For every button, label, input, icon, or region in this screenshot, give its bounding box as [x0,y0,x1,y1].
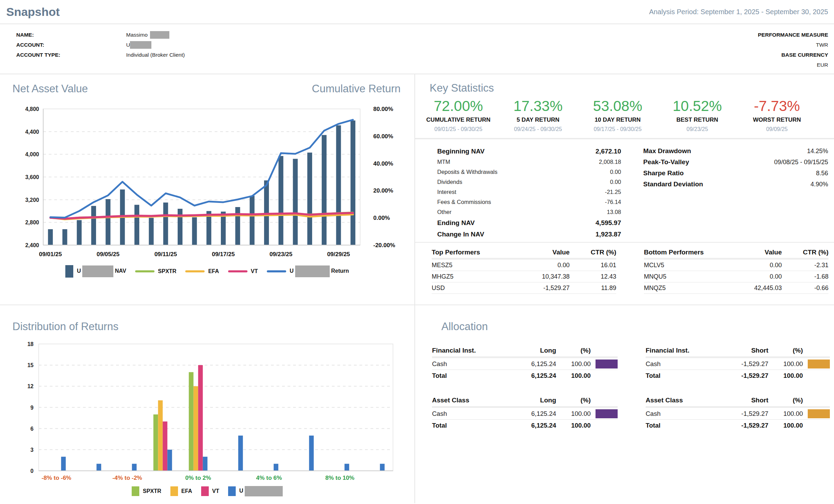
table-row: Interest-21.25 [437,187,621,197]
stat-label: WORST RETURN [737,116,817,123]
svg-text:0: 0 [30,468,34,474]
svg-text:2,800: 2,800 [25,220,39,225]
stat-5-day-return: 17.33% 5 DAY RETURN 09/24/25 - 09/30/25 [498,98,578,132]
alloc-table-asset-short: Asset Class Short (%) Cash -1,529.27 100… [646,394,830,431]
table-header: Financial Inst. Long (%) [432,345,618,358]
alloc-table-financial-short: Financial Inst. Short (%) Cash -1,529.27… [646,345,830,381]
allocation-title: Allocation [441,320,834,336]
svg-text:09/23/25: 09/23/25 [270,251,292,258]
nav-summary-table: Beginning NAV2,672.10 MTM2,008.18 Deposi… [437,146,621,240]
stat-value: 53.08% [578,98,657,114]
svg-text:3,600: 3,600 [25,174,39,180]
table-header: Top Performers Value CTR (%) [432,247,616,260]
account-value: U [126,41,151,49]
svg-text:8% to 10%: 8% to 10% [325,475,354,481]
distribution-legend: SPXTR EFA VT U [0,486,414,496]
legend-efa-label: EFA [208,268,219,274]
table-row: Change In NAV1,923.87 [437,228,621,240]
nav-chart-legend: U NAV SPXTR EFA VT [0,265,414,278]
account-type-value: Individual (Broker Client) [126,52,185,58]
svg-text:4,400: 4,400 [25,129,39,135]
legend-nav-redaction [82,265,113,277]
base-currency-value: EUR [758,60,828,70]
account-type-label: ACCOUNT TYPE: [16,52,126,58]
table-row: Peak-To-Valley09/08/25 - 09/15/25 [643,157,828,168]
svg-text:18: 18 [27,341,34,347]
account-label: ACCOUNT: [16,42,126,48]
snapshot-report-page: Snapshot Analysis Period: September 1, 2… [0,0,834,504]
key-statistics-summary: 72.00% CUMULATIVE RETURN 09/01/25 - 09/3… [419,98,817,132]
table-total-row: Total 6,125.24 100.00 [432,420,618,431]
allocation-bar-long [596,409,618,418]
table-row: Cash 6,125.24 100.00 [432,358,618,370]
table-total-row: Total -1,529.27 100.00 [646,370,830,381]
name-text: Massimo [126,32,148,38]
legend-account-redaction [245,486,283,496]
svg-text:60.00%: 60.00% [373,133,393,140]
top-performers-table: Top Performers Value CTR (%) MESZ50.0016… [432,247,616,294]
svg-text:0% to 2%: 0% to 2% [185,475,211,481]
svg-text:9: 9 [30,405,34,411]
stat-worst-return: -7.73% WORST RETURN 09/09/25 [737,98,817,132]
table-row: Cash 6,125.24 100.00 [432,408,618,420]
legend-item-vt: VT [201,486,219,496]
svg-text:-8% to -6%: -8% to -6% [41,475,71,481]
legend-item-efa: EFA [185,268,219,274]
vt-bar-swatch [201,486,209,496]
table-row: Ending NAV4,595.97 [437,217,621,228]
table-row: Cash -1,529.27 100.00 [646,358,830,370]
stat-10-day-return: 53.08% 10 DAY RETURN 09/17/25 - 09/30/25 [578,98,657,132]
nav-and-risk-tables: Beginning NAV2,672.10 MTM2,008.18 Deposi… [415,139,834,240]
legend-return-prefix: U [290,268,294,274]
performance-measure-value: TWR [758,40,828,50]
legend-account-prefix: U [239,488,243,494]
account-type-row: ACCOUNT TYPE: Individual (Broker Client) [16,50,834,60]
name-redaction [150,31,169,39]
legend-spxtr-label: SPXTR [158,268,176,274]
table-row: Other13.08 [437,207,621,217]
table-header: Asset Class Long (%) [432,394,618,408]
svg-text:40.00%: 40.00% [373,160,393,167]
legend-vt-label: VT [212,488,219,494]
stat-period: 09/23/25 [657,126,737,132]
svg-text:4,800: 4,800 [25,106,39,112]
legend-nav-prefix: U [77,268,81,274]
table-row: MESZ50.0016.01 [432,260,616,271]
top-row: Net Asset Value Cumulative Return 4,8004… [0,74,834,305]
stat-period: 09/24/25 - 09/30/25 [498,126,578,132]
legend-nav-suffix: NAV [115,268,126,274]
vt-line-swatch [228,270,247,272]
stat-label: BEST RETURN [657,116,737,123]
allocation-section: Allocation Financial Inst. Long (%) Cash… [415,305,834,503]
stat-period: 09/09/25 [737,126,817,132]
legend-item-return: U Return [267,265,349,277]
table-row: Standard Deviation4.90% [643,179,828,190]
account-meta: PERFORMANCE MEASURE TWR BASE CURRENCY EU… [758,30,828,70]
nav-section: Net Asset Value Cumulative Return 4,8004… [0,74,415,305]
svg-text:0.00%: 0.00% [373,215,390,221]
legend-item-spxtr: SPXTR [135,268,176,274]
distribution-chart-svg: 0369121518-8% to -6%-4% to -2%0% to 2%4%… [0,340,415,484]
table-header: Bottom Performers Value CTR (%) [644,247,828,260]
bottom-row: Distribution of Returns 0369121518-8% to… [0,305,834,503]
stat-period: 09/17/25 - 09/30/25 [578,126,657,132]
spxtr-bar-swatch [132,486,139,496]
legend-efa-label: EFA [181,488,192,494]
table-row: USD-1,529.2711.89 [432,282,616,294]
legend-account-label: U [239,486,283,496]
stat-value: 72.00% [419,98,498,114]
svg-text:80.00%: 80.00% [373,106,393,112]
name-label: NAME: [16,32,126,38]
nav-chart-svg: 4,8004,4004,0003,6003,2002,8002,40080.00… [0,101,415,260]
report-header: Snapshot Analysis Period: September 1, 2… [0,0,834,24]
svg-text:09/01/25: 09/01/25 [39,251,62,258]
svg-text:12: 12 [27,383,34,389]
analysis-period: Analysis Period: September 1, 2025 - Sep… [649,8,828,16]
nav-chart-title: Net Asset Value [12,83,88,98]
nav-bar-swatch [65,265,73,278]
allocation-tables: Financial Inst. Long (%) Cash 6,125.24 1… [432,345,834,431]
svg-text:09/17/25: 09/17/25 [212,251,235,258]
svg-text:09/11/25: 09/11/25 [154,251,177,258]
name-value: Massimo [126,31,169,39]
account-text: U [126,42,130,48]
